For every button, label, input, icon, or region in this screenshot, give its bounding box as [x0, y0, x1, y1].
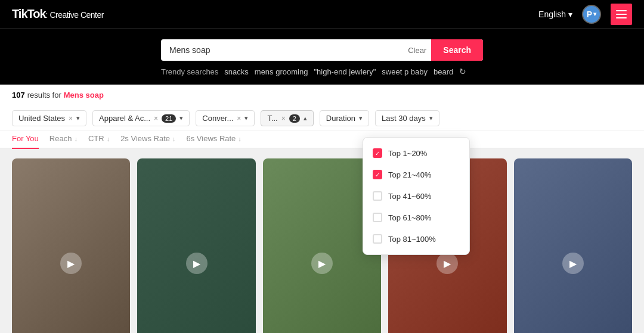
- language-arrow-icon: ▾: [568, 10, 572, 19]
- sort-tab-2s-views[interactable]: 2s Views Rate ↓: [120, 134, 175, 149]
- filter-date-range[interactable]: Last 30 days ▾: [375, 110, 439, 126]
- filter-location-arrow: ▾: [76, 114, 80, 122]
- search-bar: Clear Search: [161, 39, 483, 61]
- video-card-5[interactable]: ▶ I just got this soap! Conversions Skin…: [514, 158, 632, 333]
- filters-section: United States × ▾ Apparel & Ac... × 21 ▾…: [0, 105, 644, 130]
- trendy-item-mens-grooming[interactable]: mens grooming: [255, 67, 308, 76]
- hamburger-icon: [616, 10, 627, 18]
- avatar-expand-icon: ▾: [593, 11, 596, 17]
- checkbox-top21-40: ✓: [373, 170, 382, 179]
- logo: TikTok: Creative Center: [12, 7, 104, 21]
- sort-6s-arrow: ↓: [238, 135, 242, 142]
- filter-top-range-count: 2: [289, 114, 300, 123]
- header: TikTok: Creative Center English ▾ P ▾: [0, 0, 644, 29]
- sort-tab-for-you-label: For You: [12, 134, 39, 143]
- filter-top-range-arrow: ▴: [304, 114, 307, 122]
- filter-date-range-label: Last 30 days: [382, 114, 426, 123]
- top-range-dropdown: ✓ Top 1~20% ✓ Top 21~40% Top 41~60% Top …: [363, 137, 470, 255]
- language-selector[interactable]: English ▾: [538, 10, 572, 19]
- sort-tab-6s-views[interactable]: 6s Views Rate ↓: [186, 134, 241, 149]
- hamburger-button[interactable]: [611, 4, 632, 25]
- trendy-item-jewlery[interactable]: "high-end jewlery": [314, 67, 376, 76]
- checkbox-top81-100: [373, 234, 382, 244]
- play-icon-4: ▶: [436, 253, 458, 274]
- dropdown-label-top21-40: Top 21~40%: [388, 170, 432, 179]
- language-label: English: [538, 10, 566, 19]
- results-bar: 107 results for Mens soap: [0, 85, 644, 105]
- filter-location-remove[interactable]: ×: [69, 114, 73, 123]
- search-input[interactable]: [161, 39, 403, 61]
- results-for-label: results for: [27, 91, 61, 99]
- dropdown-item-top1-20[interactable]: ✓ Top 1~20%: [363, 142, 469, 164]
- checkbox-top41-60: [373, 191, 382, 201]
- video-card-2[interactable]: ▶ Scent/gel options for days!!! Conversi…: [137, 158, 255, 333]
- video-card-1[interactable]: ▶ Me: "I'm buying my bf any more soap?" …: [12, 158, 130, 333]
- trendy-item-snacks[interactable]: snacks: [224, 67, 248, 76]
- play-icon-3: ▶: [311, 253, 333, 274]
- sort-tab-reach[interactable]: Reach ↓: [49, 134, 78, 149]
- filter-location-label: United States: [18, 114, 65, 123]
- dropdown-label-top41-60: Top 41~60%: [388, 192, 432, 201]
- checkbox-top61-80: [373, 213, 382, 222]
- video-thumb-1: ▶ Me: "I'm buying my bf any more soap?": [12, 158, 130, 333]
- trendy-item-beard[interactable]: beard: [434, 67, 453, 76]
- avatar-letter: P: [587, 10, 592, 19]
- trendy-item-sweet-p-baby[interactable]: sweet p baby: [382, 67, 428, 76]
- video-thumb-5: ▶ I just got this soap!: [514, 158, 632, 333]
- sort-ctr-arrow: ↓: [107, 135, 110, 142]
- tiktok-logo: TikTok: [12, 7, 46, 20]
- dropdown-label-top1-20: Top 1~20%: [388, 149, 427, 158]
- sort-tab-reach-label: Reach: [49, 134, 72, 143]
- play-icon-5: ▶: [562, 253, 584, 274]
- sort-tab-6s-views-label: 6s Views Rate: [186, 134, 236, 143]
- dropdown-label-top61-80: Top 61~80%: [388, 213, 432, 222]
- filter-top-range-remove[interactable]: ×: [281, 114, 286, 123]
- sort-tab-2s-views-label: 2s Views Rate: [120, 134, 170, 143]
- checkbox-top1-20: ✓: [373, 148, 382, 158]
- sort-tabs: For You Reach ↓ CTR ↓ 2s Views Rate ↓ 6s…: [0, 130, 644, 149]
- trendy-label: Trendy searches: [161, 67, 218, 76]
- video-thumb-2: ▶ Scent/gel options for days!!!: [137, 158, 255, 333]
- filter-conversion-remove[interactable]: ×: [237, 114, 241, 123]
- play-icon-2: ▶: [186, 253, 208, 274]
- dropdown-label-top81-100: Top 81~100%: [388, 235, 436, 244]
- header-right: English ▾ P ▾: [538, 4, 632, 25]
- clear-button[interactable]: Clear: [403, 46, 431, 55]
- search-button[interactable]: Search: [431, 39, 483, 61]
- filter-conversion-arrow: ▾: [244, 114, 248, 122]
- play-icon-1: ▶: [60, 253, 82, 274]
- results-query: Mens soap: [64, 91, 104, 99]
- dropdown-item-top61-80[interactable]: Top 61~80%: [363, 207, 469, 228]
- dropdown-item-top81-100[interactable]: Top 81~100%: [363, 228, 469, 250]
- filter-conversion-label: Conver...: [202, 114, 233, 123]
- filter-location[interactable]: United States × ▾: [12, 110, 86, 126]
- filter-duration-arrow: ▾: [359, 114, 363, 122]
- filter-category-arrow: ▾: [179, 114, 183, 122]
- sort-tab-ctr[interactable]: CTR ↓: [88, 134, 110, 149]
- filter-category-remove[interactable]: ×: [154, 114, 158, 123]
- filter-date-range-arrow: ▾: [429, 114, 433, 122]
- sort-tab-for-you[interactable]: For You: [12, 134, 39, 149]
- filter-category-label: Apparel & Ac...: [99, 114, 150, 123]
- filter-top-range-label: T...: [267, 114, 277, 123]
- dropdown-item-top21-40[interactable]: ✓ Top 21~40%: [363, 164, 469, 185]
- creative-center-label: : Creative Center: [46, 10, 104, 20]
- filter-category-count: 21: [162, 114, 176, 123]
- search-section: Clear Search Trendy searches snacks mens…: [0, 29, 644, 85]
- sort-tab-ctr-label: CTR: [88, 134, 104, 143]
- logo-area: TikTok: Creative Center: [12, 7, 104, 21]
- filter-duration[interactable]: Duration ▾: [320, 110, 369, 126]
- video-grid: ▶ Me: "I'm buying my bf any more soap?" …: [0, 149, 644, 333]
- refresh-icon[interactable]: ↻: [459, 67, 466, 76]
- filter-duration-label: Duration: [326, 114, 355, 123]
- dropdown-item-top41-60[interactable]: Top 41~60%: [363, 185, 469, 207]
- avatar-button[interactable]: P ▾: [582, 5, 601, 24]
- filter-category[interactable]: Apparel & Ac... × 21 ▾: [92, 110, 190, 126]
- filter-conversion[interactable]: Conver... × ▾: [196, 110, 255, 126]
- sort-2s-arrow: ↓: [172, 135, 176, 142]
- sort-reach-arrow: ↓: [74, 135, 78, 142]
- trendy-searches: Trendy searches snacks mens grooming "hi…: [161, 67, 483, 76]
- results-count: 107: [12, 91, 25, 99]
- filter-top-range[interactable]: T... × 2 ▴: [261, 110, 313, 126]
